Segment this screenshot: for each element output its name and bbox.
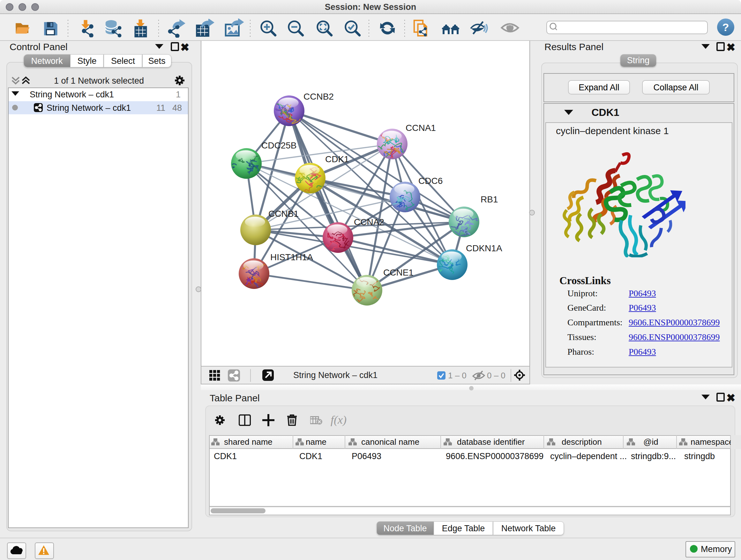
svg-text:CDK1: CDK1 <box>325 154 349 164</box>
svg-text:RB1: RB1 <box>481 194 498 204</box>
svg-text:CCNA2: CCNA2 <box>354 217 384 227</box>
svg-text:CCNB2: CCNB2 <box>304 91 334 102</box>
svg-text:CDKN1A: CDKN1A <box>466 243 502 253</box>
svg-text:HIST1H1A: HIST1H1A <box>270 252 313 262</box>
svg-text:CCNE1: CCNE1 <box>383 267 414 277</box>
svg-text:CCNB1: CCNB1 <box>268 209 299 219</box>
svg-text:CDC25B: CDC25B <box>261 140 296 150</box>
svg-text:CCNA1: CCNA1 <box>406 123 436 133</box>
svg-text:CDC6: CDC6 <box>418 176 443 186</box>
